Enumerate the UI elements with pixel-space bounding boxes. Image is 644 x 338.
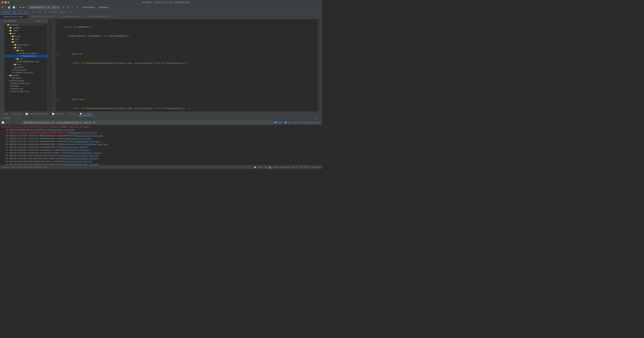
tab-sslcontextspi[interactable]: J SSLContextSpi.java × xyxy=(85,14,115,18)
log-link-4[interactable]: RealConnection.java:185 xyxy=(66,138,91,140)
logcat-device-selector[interactable]: Xiaomi M2007J17C Android 10, / xyxy=(22,121,54,124)
tree-gradlew[interactable]: S gradlew xyxy=(4,85,48,88)
logcat-fold-btn[interactable]: ≡ xyxy=(18,121,20,124)
tree-gradle-hidden[interactable]: ▶ 📂 .gradle xyxy=(4,26,48,29)
status-layout-inspector[interactable]: 📐 Layout Inspector xyxy=(269,166,290,168)
tree-gradle-root[interactable]: ▶ 📂 gradle xyxy=(4,74,48,77)
app-selector[interactable]: app xyxy=(51,6,60,9)
status-event-log[interactable]: 🔔 Event Log xyxy=(254,166,267,168)
tree-java[interactable]: ▼ 📁 java xyxy=(4,49,48,52)
log-link-11[interactable]: RealInterceptorChain.java:117 xyxy=(66,158,98,160)
log-link-10[interactable]: RealInterceptorChain.java:142 xyxy=(66,155,98,157)
tab-terminal[interactable]: ▶ Terminal xyxy=(10,112,24,116)
debug-button[interactable]: 🐛 xyxy=(66,6,70,9)
run-button[interactable]: ▶ xyxy=(62,6,65,9)
logcat-process-selector[interactable]: com.nb.netdemo3 (24520) xyxy=(55,121,82,124)
logcat-scroll-top-btn[interactable]: ⬆ xyxy=(5,121,8,124)
tab-mainactivity[interactable]: J MainActivity.java × xyxy=(0,14,28,18)
logcat-next-btn[interactable]: ↓ xyxy=(14,121,15,124)
sync-button[interactable]: 🔄 xyxy=(12,6,16,9)
tree-buildgradle-app[interactable]: G build.gradle xyxy=(4,68,48,71)
code-content[interactable]: private void doRequest() { X509TrustMana… xyxy=(56,19,318,112)
back-button[interactable]: ◀ xyxy=(18,6,22,9)
nav-netdemo3-pkg[interactable]: netdemo3 xyxy=(48,11,57,13)
log-link-7[interactable]: ExchangeFinder.java:88 xyxy=(62,146,86,148)
tab-build[interactable]: 🔨 Build xyxy=(66,112,78,116)
tree-buildgradle-root[interactable]: G build.gradle xyxy=(4,80,48,82)
log-link-8[interactable]: Transmitter.java:169 xyxy=(66,149,89,151)
logcat-level-selector[interactable]: Error xyxy=(82,121,92,124)
tree-gitignore-root[interactable]: . .gitignore xyxy=(4,77,48,80)
log-link-13[interactable]: RealInterceptorChain.java:142 xyxy=(66,163,98,165)
tree-manifest[interactable]: A AndroidManifest.xml xyxy=(4,60,48,63)
tab-close-realconnection[interactable]: × xyxy=(54,15,57,18)
tree-libs[interactable]: ▶ 📂 libs xyxy=(4,38,48,40)
nav-app[interactable]: app xyxy=(12,11,16,13)
tab-profiler[interactable]: ⬜ Profiler xyxy=(50,112,66,116)
menu-button[interactable]: ☰ xyxy=(1,6,4,9)
logcat-maximize-btn[interactable]: ⤢ xyxy=(319,117,321,120)
vtab-project[interactable]: Project xyxy=(0,20,8,23)
tree-mainactivity[interactable]: C MainActivity xyxy=(4,55,48,58)
sync-project-button[interactable]: ⟳ xyxy=(76,6,80,9)
tree-res[interactable]: ▶ 📂 res xyxy=(4,58,48,60)
nav-src[interactable]: src xyxy=(18,11,22,13)
logcat-content[interactable]: 2022-10-07 16:13:43.444 24520-24573/com.… xyxy=(0,125,322,165)
logcat-filter-input[interactable] xyxy=(92,121,274,124)
locate-file-btn[interactable]: ◎ xyxy=(35,20,38,23)
log-link-12[interactable]: CacheInterceptor.java:94 xyxy=(64,160,91,162)
tree-androidtest[interactable]: ▶ 📂 androidTest xyxy=(4,44,48,46)
tree-build[interactable]: ▶ 📂 build xyxy=(4,35,48,38)
do-request-btn[interactable]: doRequest xyxy=(98,6,109,9)
tab-close-sslcontextspi[interactable]: × xyxy=(110,15,112,18)
minimize-button[interactable] xyxy=(4,1,6,3)
tree-src[interactable]: ▼ 📁 src xyxy=(4,40,48,44)
tab-close-sslcontext[interactable]: × xyxy=(81,15,83,18)
tree-gitignore-app[interactable]: . .gitignore xyxy=(4,66,48,68)
right-vtab-gradle[interactable]: G xyxy=(320,19,322,21)
tab-realconnection[interactable]: J RealConnection.java × xyxy=(28,14,59,18)
regex-checkbox[interactable] xyxy=(274,122,276,124)
nav-nb[interactable]: nb xyxy=(44,11,46,13)
nav-netdemo3[interactable]: NetDemo3 xyxy=(1,11,10,13)
logcat-clear-btn[interactable]: ⬜ xyxy=(1,121,4,124)
project-settings-btn[interactable]: ⚙ xyxy=(41,20,44,23)
device-selector[interactable]: Xiaomi M2007J17C xyxy=(28,6,50,9)
project-close-btn[interactable]: × xyxy=(44,20,46,23)
close-button[interactable] xyxy=(1,1,3,3)
tree-gradlewbat[interactable]: B gradlew.bat xyxy=(4,88,48,90)
maximize-button[interactable] xyxy=(8,1,10,3)
tree-test[interactable]: ▶ 📂 test xyxy=(4,63,48,66)
code-scroll[interactable]: 51 52 53 54 55 56 57 58 59 60 61 62 63 6… xyxy=(48,19,320,112)
nav-com[interactable]: com xyxy=(38,11,41,13)
log-link-9[interactable]: ConnectInterceptor.java:41 xyxy=(72,152,101,154)
save-button[interactable]: 💾 xyxy=(7,6,11,9)
log-link-6[interactable]: ExchangeFinder.java:108 xyxy=(81,143,106,145)
forward-button[interactable]: ▶ xyxy=(22,6,26,9)
tree-proguard[interactable]: P proguard-rules.pro xyxy=(4,71,48,74)
logcat-settings-btn[interactable]: ⚙ xyxy=(315,117,317,120)
show-only-checkbox[interactable] xyxy=(284,122,287,124)
tree-idea[interactable]: ▶ 📂 .idea xyxy=(4,29,48,32)
log-link-3[interactable]: RealConnection.java:300 xyxy=(77,135,102,137)
logcat-scroll-bottom-btn[interactable]: ⬇ xyxy=(8,121,10,124)
nav-mainactivity[interactable]: MainActivity xyxy=(60,11,73,13)
tab-close-mainactivity[interactable]: × xyxy=(24,16,26,18)
expand-logcat-btn[interactable]: ≡ xyxy=(1,117,2,119)
expand-all-btn[interactable]: ⊞ xyxy=(38,20,40,23)
nav-main[interactable]: main xyxy=(24,11,28,13)
tree-gradleprops[interactable]: P gradle.properties xyxy=(4,82,48,85)
tab-todo[interactable]: ☑ TODO xyxy=(0,112,10,116)
stop-button[interactable]: ■ xyxy=(71,6,74,9)
log-link-5[interactable]: ExchangeFinder.java:224 xyxy=(73,140,99,142)
run-config-selector[interactable]: MainActivity ▾ xyxy=(82,6,96,9)
logcat-prev-btn[interactable]: ↑ xyxy=(11,121,13,124)
tree-root[interactable]: ▼ 📁 NetDemo3 ~/AndroidStudioProjects/Ne xyxy=(4,24,48,26)
tree-main[interactable]: ▼ 📁 main xyxy=(4,46,48,49)
tab-database-inspector[interactable]: ⬜ Database Inspector xyxy=(24,112,50,116)
tree-app[interactable]: ▼ 📁 app xyxy=(4,32,48,35)
tab-sslcontext[interactable]: J SSLContext.java × xyxy=(59,14,85,18)
tree-localprops[interactable]: P local.properties xyxy=(4,90,48,93)
nav-java[interactable]: java xyxy=(31,11,36,13)
tree-package[interactable]: ▼ ◈ com.nb.netdemo3 xyxy=(4,52,48,55)
